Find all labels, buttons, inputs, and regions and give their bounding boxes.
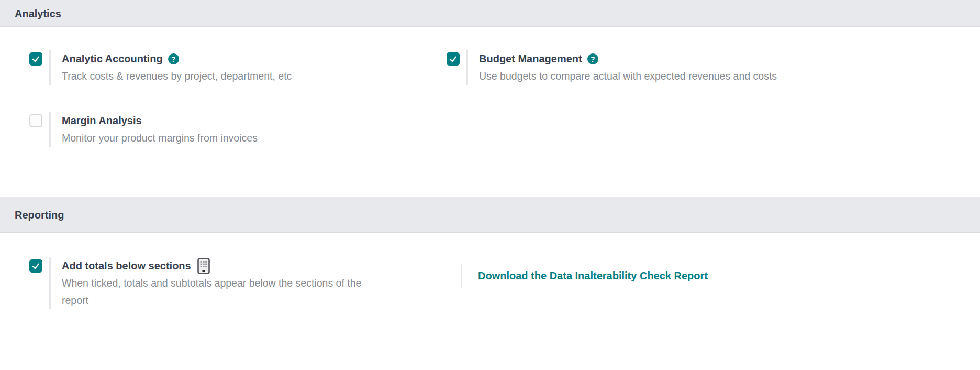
setting-analytic-accounting: Analytic Accounting ? Track costs & reve… [29,50,447,85]
margin-analysis-label[interactable]: Margin Analysis [62,115,142,127]
margin-analysis-checkbox[interactable] [29,114,42,127]
analytics-section-content: Analytic Accounting ? Track costs & reve… [0,27,980,147]
analytic-accounting-checkbox[interactable] [29,52,42,66]
reporting-section-title: Reporting [15,209,64,221]
download-report-cell: Download the Data Inalterability Check R… [461,264,980,288]
setting-add-totals: Add totals below sections When ticked, [29,257,447,309]
margin-analysis-description: Monitor your product margins from invoic… [62,129,258,147]
analytics-section-title: Analytics [15,8,61,20]
budget-management-checkbox[interactable] [447,52,460,66]
setting-budget-management: Budget Management ? Use budgets to compa… [447,50,980,85]
analytic-accounting-label[interactable]: Analytic Accounting [62,53,163,65]
checkmark-icon [449,55,457,63]
reporting-section-content: Add totals below sections When ticked, [0,233,980,309]
add-totals-description: When ticked, totals and subtotals appear… [62,275,386,309]
add-totals-label[interactable]: Add totals below sections [62,260,191,272]
checkmark-icon [32,262,40,270]
add-totals-checkbox[interactable] [29,259,42,273]
analytic-accounting-description: Track costs & revenues by project, depar… [62,68,292,85]
help-icon[interactable]: ? [168,53,179,64]
budget-management-description: Use budgets to compare actual with expec… [479,68,777,85]
section-header-analytics: Analytics [0,0,980,27]
section-header-reporting: Reporting [0,197,980,233]
budget-management-label[interactable]: Budget Management [479,53,582,65]
download-report-link[interactable]: Download the Data Inalterability Check R… [478,270,708,282]
setting-margin-analysis: Margin Analysis Monitor your product mar… [29,112,447,147]
accounting-settings-page: Analytics Analytic Accounting ? Track co… [0,0,980,309]
help-icon[interactable]: ? [587,53,598,64]
calculator-icon [197,258,210,274]
checkmark-icon [32,55,40,63]
